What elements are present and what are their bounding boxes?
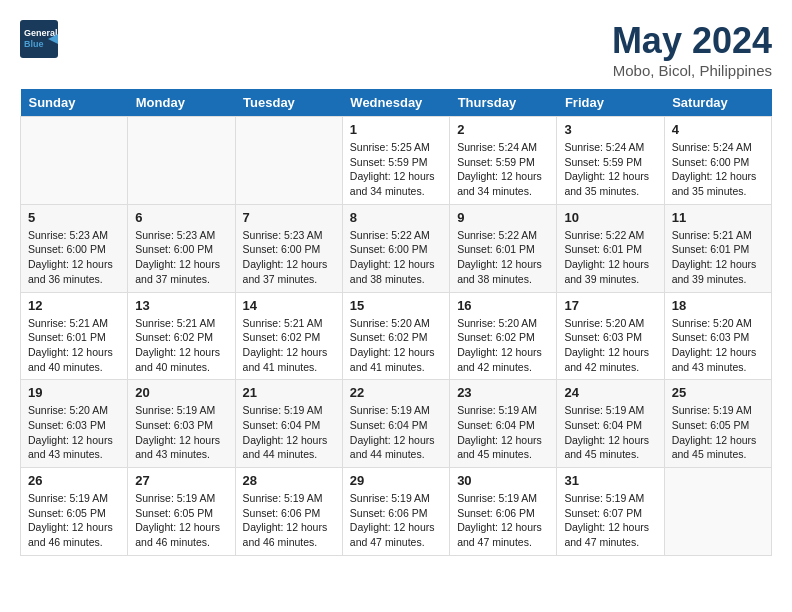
calendar-cell [235, 117, 342, 205]
day-info: Sunrise: 5:19 AM Sunset: 6:06 PM Dayligh… [243, 492, 328, 548]
day-number: 22 [350, 385, 442, 400]
day-info: Sunrise: 5:20 AM Sunset: 6:03 PM Dayligh… [28, 404, 113, 460]
logo-icon: General Blue [20, 20, 58, 58]
day-info: Sunrise: 5:21 AM Sunset: 6:02 PM Dayligh… [135, 317, 220, 373]
month-title: May 2024 [612, 20, 772, 62]
day-number: 4 [672, 122, 764, 137]
calendar-week-4: 19Sunrise: 5:20 AM Sunset: 6:03 PM Dayli… [21, 380, 772, 468]
day-header-monday: Monday [128, 89, 235, 117]
day-number: 1 [350, 122, 442, 137]
day-info: Sunrise: 5:21 AM Sunset: 6:01 PM Dayligh… [28, 317, 113, 373]
day-number: 11 [672, 210, 764, 225]
calendar-cell: 5Sunrise: 5:23 AM Sunset: 6:00 PM Daylig… [21, 204, 128, 292]
day-info: Sunrise: 5:19 AM Sunset: 6:05 PM Dayligh… [135, 492, 220, 548]
day-info: Sunrise: 5:24 AM Sunset: 5:59 PM Dayligh… [564, 141, 649, 197]
day-info: Sunrise: 5:19 AM Sunset: 6:03 PM Dayligh… [135, 404, 220, 460]
day-header-sunday: Sunday [21, 89, 128, 117]
calendar-cell: 12Sunrise: 5:21 AM Sunset: 6:01 PM Dayli… [21, 292, 128, 380]
day-number: 21 [243, 385, 335, 400]
day-number: 18 [672, 298, 764, 313]
calendar-cell: 17Sunrise: 5:20 AM Sunset: 6:03 PM Dayli… [557, 292, 664, 380]
day-number: 23 [457, 385, 549, 400]
day-info: Sunrise: 5:23 AM Sunset: 6:00 PM Dayligh… [135, 229, 220, 285]
day-number: 31 [564, 473, 656, 488]
day-number: 17 [564, 298, 656, 313]
day-info: Sunrise: 5:22 AM Sunset: 6:00 PM Dayligh… [350, 229, 435, 285]
day-number: 6 [135, 210, 227, 225]
day-number: 30 [457, 473, 549, 488]
calendar-cell: 28Sunrise: 5:19 AM Sunset: 6:06 PM Dayli… [235, 468, 342, 556]
day-info: Sunrise: 5:24 AM Sunset: 6:00 PM Dayligh… [672, 141, 757, 197]
day-number: 13 [135, 298, 227, 313]
calendar-cell: 16Sunrise: 5:20 AM Sunset: 6:02 PM Dayli… [450, 292, 557, 380]
day-number: 3 [564, 122, 656, 137]
calendar-cell: 24Sunrise: 5:19 AM Sunset: 6:04 PM Dayli… [557, 380, 664, 468]
day-number: 9 [457, 210, 549, 225]
calendar-cell [128, 117, 235, 205]
calendar-week-1: 1Sunrise: 5:25 AM Sunset: 5:59 PM Daylig… [21, 117, 772, 205]
day-number: 29 [350, 473, 442, 488]
day-info: Sunrise: 5:19 AM Sunset: 6:04 PM Dayligh… [564, 404, 649, 460]
calendar-cell: 13Sunrise: 5:21 AM Sunset: 6:02 PM Dayli… [128, 292, 235, 380]
day-number: 28 [243, 473, 335, 488]
day-info: Sunrise: 5:19 AM Sunset: 6:04 PM Dayligh… [457, 404, 542, 460]
day-number: 12 [28, 298, 120, 313]
day-info: Sunrise: 5:22 AM Sunset: 6:01 PM Dayligh… [564, 229, 649, 285]
day-number: 15 [350, 298, 442, 313]
day-number: 26 [28, 473, 120, 488]
day-info: Sunrise: 5:20 AM Sunset: 6:03 PM Dayligh… [564, 317, 649, 373]
day-info: Sunrise: 5:21 AM Sunset: 6:01 PM Dayligh… [672, 229, 757, 285]
day-header-wednesday: Wednesday [342, 89, 449, 117]
calendar-cell: 22Sunrise: 5:19 AM Sunset: 6:04 PM Dayli… [342, 380, 449, 468]
day-info: Sunrise: 5:19 AM Sunset: 6:04 PM Dayligh… [350, 404, 435, 460]
calendar-cell [664, 468, 771, 556]
title-area: May 2024 Mobo, Bicol, Philippines [612, 20, 772, 79]
calendar-cell: 3Sunrise: 5:24 AM Sunset: 5:59 PM Daylig… [557, 117, 664, 205]
day-header-thursday: Thursday [450, 89, 557, 117]
day-info: Sunrise: 5:19 AM Sunset: 6:07 PM Dayligh… [564, 492, 649, 548]
day-number: 10 [564, 210, 656, 225]
calendar-cell: 7Sunrise: 5:23 AM Sunset: 6:00 PM Daylig… [235, 204, 342, 292]
day-info: Sunrise: 5:23 AM Sunset: 6:00 PM Dayligh… [243, 229, 328, 285]
calendar-cell: 31Sunrise: 5:19 AM Sunset: 6:07 PM Dayli… [557, 468, 664, 556]
calendar-cell: 25Sunrise: 5:19 AM Sunset: 6:05 PM Dayli… [664, 380, 771, 468]
calendar-cell: 21Sunrise: 5:19 AM Sunset: 6:04 PM Dayli… [235, 380, 342, 468]
location: Mobo, Bicol, Philippines [612, 62, 772, 79]
calendar-cell: 4Sunrise: 5:24 AM Sunset: 6:00 PM Daylig… [664, 117, 771, 205]
day-header-friday: Friday [557, 89, 664, 117]
day-number: 7 [243, 210, 335, 225]
calendar-cell: 20Sunrise: 5:19 AM Sunset: 6:03 PM Dayli… [128, 380, 235, 468]
calendar-cell: 6Sunrise: 5:23 AM Sunset: 6:00 PM Daylig… [128, 204, 235, 292]
day-number: 27 [135, 473, 227, 488]
calendar-week-2: 5Sunrise: 5:23 AM Sunset: 6:00 PM Daylig… [21, 204, 772, 292]
svg-text:General: General [24, 28, 58, 38]
day-number: 14 [243, 298, 335, 313]
day-info: Sunrise: 5:19 AM Sunset: 6:05 PM Dayligh… [28, 492, 113, 548]
calendar-cell: 29Sunrise: 5:19 AM Sunset: 6:06 PM Dayli… [342, 468, 449, 556]
day-number: 24 [564, 385, 656, 400]
day-number: 25 [672, 385, 764, 400]
day-info: Sunrise: 5:19 AM Sunset: 6:06 PM Dayligh… [350, 492, 435, 548]
day-info: Sunrise: 5:19 AM Sunset: 6:05 PM Dayligh… [672, 404, 757, 460]
calendar-cell [21, 117, 128, 205]
calendar-cell: 23Sunrise: 5:19 AM Sunset: 6:04 PM Dayli… [450, 380, 557, 468]
calendar-cell: 27Sunrise: 5:19 AM Sunset: 6:05 PM Dayli… [128, 468, 235, 556]
calendar-cell: 26Sunrise: 5:19 AM Sunset: 6:05 PM Dayli… [21, 468, 128, 556]
calendar-cell: 2Sunrise: 5:24 AM Sunset: 5:59 PM Daylig… [450, 117, 557, 205]
calendar-week-5: 26Sunrise: 5:19 AM Sunset: 6:05 PM Dayli… [21, 468, 772, 556]
day-number: 2 [457, 122, 549, 137]
calendar-cell: 1Sunrise: 5:25 AM Sunset: 5:59 PM Daylig… [342, 117, 449, 205]
day-number: 16 [457, 298, 549, 313]
calendar-cell: 18Sunrise: 5:20 AM Sunset: 6:03 PM Dayli… [664, 292, 771, 380]
day-info: Sunrise: 5:25 AM Sunset: 5:59 PM Dayligh… [350, 141, 435, 197]
day-info: Sunrise: 5:20 AM Sunset: 6:02 PM Dayligh… [457, 317, 542, 373]
page-header: General Blue May 2024 Mobo, Bicol, Phili… [20, 20, 772, 79]
logo: General Blue [20, 20, 58, 58]
calendar-cell: 9Sunrise: 5:22 AM Sunset: 6:01 PM Daylig… [450, 204, 557, 292]
calendar-cell: 10Sunrise: 5:22 AM Sunset: 6:01 PM Dayli… [557, 204, 664, 292]
calendar-cell: 15Sunrise: 5:20 AM Sunset: 6:02 PM Dayli… [342, 292, 449, 380]
day-info: Sunrise: 5:23 AM Sunset: 6:00 PM Dayligh… [28, 229, 113, 285]
day-number: 5 [28, 210, 120, 225]
calendar-cell: 30Sunrise: 5:19 AM Sunset: 6:06 PM Dayli… [450, 468, 557, 556]
day-info: Sunrise: 5:19 AM Sunset: 6:04 PM Dayligh… [243, 404, 328, 460]
